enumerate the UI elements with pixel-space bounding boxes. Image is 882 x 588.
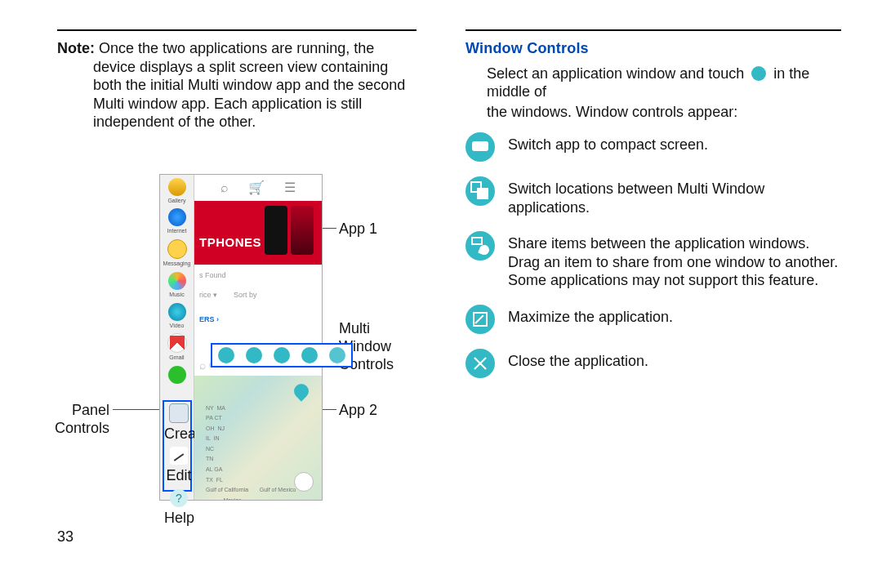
wc-maximize-row: Maximize the application.	[466, 305, 841, 334]
bottom-app-pane: NY MA PA CT OH NJ IL IN NC TN AL GA TX F…	[194, 376, 322, 500]
wc-swap-row: Switch locations between Multi Window ap…	[466, 176, 841, 216]
mw-compact-icon[interactable]	[218, 347, 234, 363]
compact-icon	[466, 132, 495, 162]
devices-image	[265, 206, 314, 255]
page-number: 33	[57, 528, 74, 546]
callout-multi: Multi	[339, 319, 370, 338]
locate-button[interactable]	[294, 472, 314, 492]
map-pin-icon	[291, 381, 311, 401]
panel-edit[interactable]: Edit	[164, 445, 194, 488]
sidebar-video[interactable]: Video	[163, 301, 192, 332]
callout-panel: Panel	[65, 401, 109, 420]
callout-panel-controls: Controls	[52, 419, 109, 438]
wc-maximize-text: Maximize the application.	[508, 308, 841, 327]
top-status-bar: ⌕ 🛒 ☰	[194, 175, 322, 201]
sort-dropdown[interactable]: Sort by	[234, 291, 257, 300]
results-found-label: s Found	[199, 271, 317, 280]
sidebar-hangouts[interactable]	[163, 364, 192, 388]
callout-app1: App 1	[339, 220, 377, 238]
wc-compact-row: Switch app to compact screen.	[466, 132, 841, 162]
column-rule	[57, 29, 416, 31]
note-label: Note:	[57, 40, 95, 56]
panel-create[interactable]: Create	[164, 402, 194, 446]
mw-share-icon[interactable]	[274, 347, 290, 363]
map-labels: NY MA PA CT OH NJ IL IN NC TN AL GA TX F…	[203, 400, 314, 475]
swap-icon	[466, 176, 495, 206]
callout-app2: App 2	[339, 401, 377, 420]
right-column: Window Controls Select an application wi…	[466, 29, 841, 393]
note-text: Note: Once the two applications are runn…	[93, 39, 416, 131]
wc-close-row: Close the application.	[466, 349, 841, 378]
sidebar-messaging[interactable]: Messaging	[163, 238, 192, 270]
wc-compact-text: Switch app to compact screen.	[508, 136, 841, 154]
column-rule	[466, 29, 841, 31]
sidebar-internet[interactable]: Internet	[163, 207, 192, 238]
sidebar-gmail[interactable]: Gmail	[163, 332, 192, 364]
filter-row: rice ▾ Sort by	[199, 291, 317, 300]
store-banner: TPHONES	[194, 201, 322, 265]
left-column: Note: Once the two applications are runn…	[57, 29, 416, 501]
phone-mock: Gallery Internet Messaging Music Video G…	[159, 174, 323, 501]
wc-share-text: Share items between the application wind…	[508, 234, 841, 290]
wc-close-text: Close the application.	[508, 352, 841, 371]
cart-icon[interactable]: 🛒	[248, 180, 265, 196]
sidebar-gallery[interactable]: Gallery	[163, 176, 192, 207]
handle-icon	[751, 66, 766, 81]
panel-help[interactable]: ?Help	[164, 488, 194, 530]
mw-maximize-icon[interactable]	[301, 347, 318, 363]
close-icon	[466, 349, 495, 378]
wc-share-row: Share items between the application wind…	[466, 231, 841, 290]
multiwindow-diagram: App 1 Multi Window Controls App 2 Panel …	[114, 174, 400, 501]
manual-page: Note: Once the two applications are runn…	[0, 0, 882, 588]
window-controls-heading: Window Controls	[466, 39, 841, 58]
note-block: Note: Once the two applications are runn…	[57, 39, 416, 131]
window-controls-intro: Select an application window and touch i…	[487, 65, 841, 122]
panel-controls-box: Create Edit ?Help	[163, 400, 192, 492]
share-icon	[466, 231, 495, 261]
mw-close-icon[interactable]	[329, 347, 345, 363]
ers-link[interactable]: ERS ›	[199, 315, 317, 324]
leader-panel	[113, 409, 160, 410]
price-dropdown[interactable]: rice ▾	[199, 291, 217, 300]
top-app-pane: TPHONES s Found rice ▾ Sort by ERS ›	[194, 201, 322, 356]
sidebar-music[interactable]: Music	[163, 270, 192, 301]
multi-window-controls-bar	[211, 343, 353, 368]
wc-swap-text: Switch locations between Multi Window ap…	[508, 180, 841, 216]
menu-icon[interactable]: ☰	[284, 180, 296, 196]
maximize-icon	[466, 305, 495, 334]
search-icon[interactable]: ⌕	[220, 180, 229, 196]
mw-swap-icon[interactable]	[246, 347, 262, 363]
